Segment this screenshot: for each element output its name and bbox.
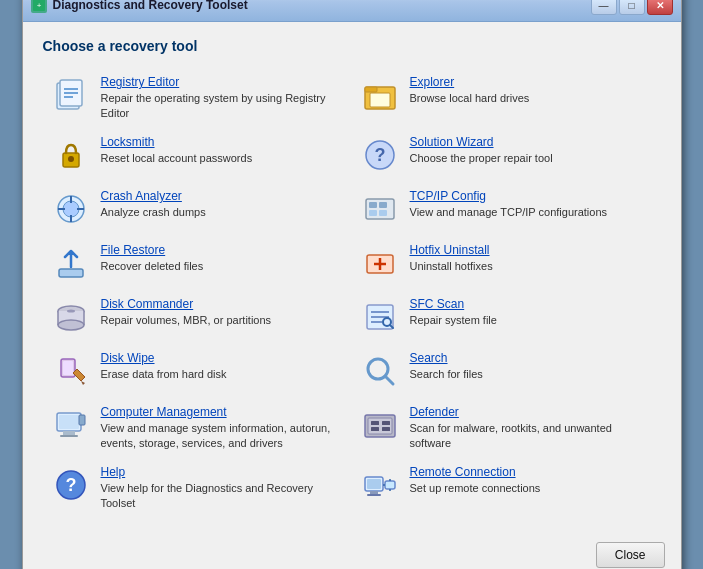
svg-rect-23 — [369, 210, 377, 216]
registry-editor-info: Registry Editor Repair the operating sys… — [101, 75, 344, 121]
tool-tcpip[interactable]: TCP/IP Config View and manage TCP/IP con… — [352, 182, 661, 236]
svg-rect-9 — [370, 93, 390, 107]
svg-text:+: + — [36, 1, 41, 10]
tools-grid: Registry Editor Repair the operating sys… — [43, 68, 661, 517]
help-info: Help View help for the Diagnostics and R… — [101, 465, 344, 511]
computer-management-icon — [51, 405, 91, 445]
svg-rect-52 — [371, 421, 379, 425]
svg-point-15 — [63, 201, 79, 217]
tool-registry-editor[interactable]: Registry Editor Repair the operating sys… — [43, 68, 352, 128]
svg-rect-46 — [59, 415, 79, 429]
app-icon: + — [31, 0, 47, 13]
main-window: + Diagnostics and Recovery Toolset — □ ✕… — [22, 0, 682, 569]
disk-wipe-name[interactable]: Disk Wipe — [101, 351, 344, 365]
svg-rect-53 — [382, 421, 390, 425]
hotfix-desc: Uninstall hotfixes — [410, 259, 653, 274]
computer-management-info: Computer Management View and manage syst… — [101, 405, 344, 451]
tool-hotfix[interactable]: Hotfix Uninstall Uninstall hotfixes — [352, 236, 661, 290]
file-restore-desc: Recover deleted files — [101, 259, 344, 274]
tool-remote-connection[interactable]: Remote Connection Set up remote connecti… — [352, 458, 661, 518]
hotfix-icon — [360, 243, 400, 283]
registry-editor-desc: Repair the operating system by using Reg… — [101, 91, 344, 121]
crash-analyzer-info: Crash Analyzer Analyze crash dumps — [101, 189, 344, 220]
defender-info: Defender Scan for malware, rootkits, and… — [410, 405, 653, 451]
svg-point-34 — [67, 310, 75, 313]
svg-rect-51 — [368, 418, 392, 434]
tool-sfc-scan[interactable]: SFC Scan Repair system file — [352, 290, 661, 344]
solution-wizard-desc: Choose the proper repair tool — [410, 151, 653, 166]
content-area: Choose a recovery tool Registry Editor R… — [23, 22, 681, 533]
svg-rect-48 — [60, 435, 78, 437]
sfc-scan-name[interactable]: SFC Scan — [410, 297, 653, 311]
disk-commander-icon — [51, 297, 91, 337]
solution-wizard-info: Solution Wizard Choose the proper repair… — [410, 135, 653, 166]
tool-explorer[interactable]: Explorer Browse local hard drives — [352, 68, 661, 128]
svg-rect-22 — [379, 202, 387, 208]
disk-commander-desc: Repair volumes, MBR, or partitions — [101, 313, 344, 328]
window-controls: — □ ✕ — [591, 0, 673, 15]
svg-rect-55 — [382, 427, 390, 431]
svg-rect-54 — [371, 427, 379, 431]
solution-wizard-name[interactable]: Solution Wizard — [410, 135, 653, 149]
svg-rect-62 — [385, 481, 395, 489]
svg-text:?: ? — [65, 475, 76, 495]
title-bar-left: + Diagnostics and Recovery Toolset — [31, 0, 248, 13]
registry-editor-icon — [51, 75, 91, 115]
locksmith-icon — [51, 135, 91, 175]
minimize-button[interactable]: — — [591, 0, 617, 15]
tool-search[interactable]: Search Search for files — [352, 344, 661, 398]
page-heading: Choose a recovery tool — [43, 38, 661, 54]
tool-file-restore[interactable]: File Restore Recover deleted files — [43, 236, 352, 290]
crash-analyzer-name[interactable]: Crash Analyzer — [101, 189, 344, 203]
computer-management-desc: View and manage system information, auto… — [101, 421, 344, 451]
tool-locksmith[interactable]: Locksmith Reset local account passwords — [43, 128, 352, 182]
tcpip-icon — [360, 189, 400, 229]
search-name[interactable]: Search — [410, 351, 653, 365]
file-restore-name[interactable]: File Restore — [101, 243, 344, 257]
tcpip-desc: View and manage TCP/IP configurations — [410, 205, 653, 220]
remote-connection-name[interactable]: Remote Connection — [410, 465, 653, 479]
svg-line-44 — [385, 376, 393, 384]
tool-defender[interactable]: Defender Scan for malware, rootkits, and… — [352, 398, 661, 458]
tool-computer-management[interactable]: Computer Management View and manage syst… — [43, 398, 352, 458]
maximize-button[interactable]: □ — [619, 0, 645, 15]
disk-commander-name[interactable]: Disk Commander — [101, 297, 344, 311]
sfc-scan-icon — [360, 297, 400, 337]
svg-rect-8 — [365, 87, 377, 92]
svg-rect-25 — [59, 269, 83, 277]
svg-point-31 — [58, 320, 84, 330]
footer: Close — [23, 534, 681, 569]
tool-disk-commander[interactable]: Disk Commander Repair volumes, MBR, or p… — [43, 290, 352, 344]
locksmith-info: Locksmith Reset local account passwords — [101, 135, 344, 166]
defender-desc: Scan for malware, rootkits, and unwanted… — [410, 421, 653, 451]
explorer-info: Explorer Browse local hard drives — [410, 75, 653, 106]
window-close-button[interactable]: ✕ — [647, 0, 673, 15]
svg-rect-24 — [379, 210, 387, 216]
tool-solution-wizard[interactable]: ? Solution Wizard Choose the proper repa… — [352, 128, 661, 182]
help-icon: ? — [51, 465, 91, 505]
explorer-name[interactable]: Explorer — [410, 75, 653, 89]
solution-wizard-icon: ? — [360, 135, 400, 175]
explorer-desc: Browse local hard drives — [410, 91, 653, 106]
sfc-scan-info: SFC Scan Repair system file — [410, 297, 653, 328]
computer-management-name[interactable]: Computer Management — [101, 405, 344, 419]
defender-icon — [360, 405, 400, 445]
disk-wipe-icon — [51, 351, 91, 391]
tcpip-info: TCP/IP Config View and manage TCP/IP con… — [410, 189, 653, 220]
tool-disk-wipe[interactable]: Disk Wipe Erase data from hard disk — [43, 344, 352, 398]
svg-rect-60 — [370, 491, 378, 494]
sfc-scan-desc: Repair system file — [410, 313, 653, 328]
tcpip-name[interactable]: TCP/IP Config — [410, 189, 653, 203]
locksmith-name[interactable]: Locksmith — [101, 135, 344, 149]
hotfix-name[interactable]: Hotfix Uninstall — [410, 243, 653, 257]
tool-crash-analyzer[interactable]: Crash Analyzer Analyze crash dumps — [43, 182, 352, 236]
help-name[interactable]: Help — [101, 465, 344, 479]
tool-help[interactable]: ? Help View help for the Diagnostics and… — [43, 458, 352, 518]
defender-name[interactable]: Defender — [410, 405, 653, 419]
crash-analyzer-desc: Analyze crash dumps — [101, 205, 344, 220]
registry-editor-name[interactable]: Registry Editor — [101, 75, 344, 89]
search-info: Search Search for files — [410, 351, 653, 382]
window-title: Diagnostics and Recovery Toolset — [53, 0, 248, 12]
close-button[interactable]: Close — [596, 542, 665, 568]
title-bar: + Diagnostics and Recovery Toolset — □ ✕ — [23, 0, 681, 22]
